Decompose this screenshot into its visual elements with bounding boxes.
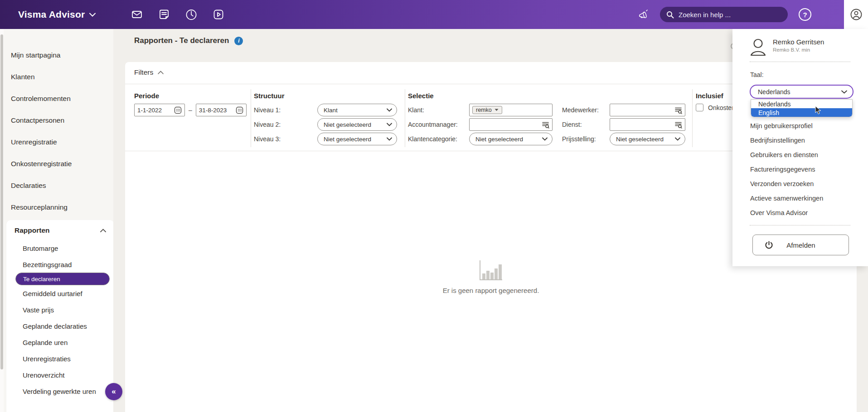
chevron-down-icon	[841, 90, 847, 94]
sidebar-item-vaste-prijs[interactable]: Vaste prijs	[6, 302, 114, 318]
menu-item-factureringsgegevens[interactable]: Factureringsgegevens	[750, 162, 823, 177]
sidebar-item-geplande-declaraties[interactable]: Geplande declaraties	[6, 318, 114, 334]
user-name: Remko Gerritsen	[773, 38, 824, 46]
menu-item-bedrijfsinstellingen[interactable]: Bedrijfsinstellingen	[750, 133, 823, 148]
help-glyph: ?	[803, 11, 807, 19]
page-scrollbar[interactable]	[0, 29, 4, 412]
sidebar-item-rapporten[interactable]: Rapporten	[6, 221, 114, 240]
sidebar-item-onkostenregistratie[interactable]: Onkostenregistratie	[4, 153, 113, 175]
sidebar-item-brutomarge[interactable]: Brutomarge	[6, 240, 114, 256]
sidebar-nav: Mijn startpagina Klanten Controlemomente…	[4, 29, 113, 412]
mail-icon[interactable]	[131, 9, 143, 20]
chevron-up-icon	[100, 229, 106, 232]
top-app-bar: Visma Advisor	[0, 0, 844, 29]
bar-chart-icon	[480, 260, 502, 280]
brand-menu[interactable]: Visma Advisor	[18, 9, 96, 20]
language-select[interactable]: Nederlands	[750, 85, 853, 99]
menu-item-verzonden-verzoeken[interactable]: Verzonden verzoeken	[750, 177, 823, 191]
clock-icon[interactable]	[185, 9, 197, 20]
app-window: Visma Advisor	[0, 0, 868, 412]
language-dropdown: Nederlands English	[751, 99, 853, 117]
video-icon[interactable]	[213, 9, 224, 20]
power-icon	[765, 241, 773, 249]
user-company: Remko B.V. min	[773, 47, 824, 53]
menu-item-gebruikers-en-diensten[interactable]: Gebruikers en diensten	[750, 148, 823, 162]
avatar	[750, 38, 766, 57]
sidebar-item-urenoverzicht[interactable]: Urenoverzicht	[6, 367, 114, 383]
sidebar-item-urenregistratie[interactable]: Urenregistratie	[4, 131, 113, 153]
topbar-quick-icons	[131, 9, 224, 20]
user-menu-toggle[interactable]	[844, 0, 868, 29]
logout-button[interactable]: Afmelden	[752, 235, 849, 255]
search-input[interactable]	[679, 11, 778, 19]
language-label: Taal:	[750, 71, 764, 78]
menu-item-mijn-gebruikersprofiel[interactable]: Mijn gebruikersprofiel	[750, 119, 823, 133]
logout-label: Afmelden	[773, 241, 829, 249]
empty-report-message: Er is geen rapport gegenereerd.	[125, 287, 857, 294]
info-icon[interactable]: i	[234, 37, 243, 45]
help-search[interactable]	[660, 7, 788, 22]
page-header: Rapporten - Te declareren i	[134, 36, 243, 45]
user-identity: Remko Gerritsen Remko B.V. min	[773, 38, 824, 53]
user-panel-menu: Mijn gebruikersprofiel Bedrijfsinstellin…	[750, 119, 823, 220]
sidebar-item-contactpersonen[interactable]: Contactpersonen	[4, 110, 113, 131]
divider	[750, 62, 850, 62]
chevron-down-icon	[89, 13, 96, 17]
sidebar-collapse-button[interactable]: «	[105, 383, 122, 400]
user-info: Remko Gerritsen Remko B.V. min	[750, 38, 824, 57]
divider	[750, 225, 850, 225]
search-icon	[666, 11, 674, 19]
sidebar-item-te-declareren[interactable]: Te declareren	[15, 273, 110, 285]
sidebar-item-klanten[interactable]: Klanten	[4, 66, 113, 88]
rapporten-section-card: Rapporten Brutomarge Bezettingsgraad Te …	[6, 220, 114, 412]
brand-label: Visma Advisor	[18, 9, 85, 20]
sidebar-item-verdeling-gewerkte-uren[interactable]: Verdeling gewerkte uren	[6, 383, 114, 399]
user-panel: Remko Gerritsen Remko B.V. min Taal: Ned…	[732, 29, 868, 266]
sidebar-item-geplande-uren[interactable]: Geplande uren	[6, 334, 114, 350]
info-glyph: i	[238, 38, 239, 44]
scrollbar-thumb[interactable]	[0, 34, 3, 369]
language-option-nederlands[interactable]: Nederlands	[751, 100, 852, 108]
sidebar-item-urenregistraties[interactable]: Urenregistraties	[6, 350, 114, 367]
menu-item-over-visma-advisor[interactable]: Over Visma Advisor	[750, 206, 823, 220]
sidebar-item-resourceplanning[interactable]: Resourceplanning	[4, 196, 113, 218]
user-icon	[850, 8, 863, 21]
sidebar-item-mijn-startpagina[interactable]: Mijn startpagina	[4, 44, 113, 66]
language-option-english[interactable]: English	[751, 108, 852, 117]
sidebar-item-bezettingsgraad[interactable]: Bezettingsgraad	[6, 256, 114, 273]
mouse-cursor	[815, 106, 822, 115]
sidebar-item-controlemomenten[interactable]: Controlemomenten	[4, 88, 113, 110]
collapse-icon: «	[112, 387, 116, 396]
sidebar-list: Mijn startpagina Klanten Controlemomente…	[4, 29, 113, 218]
sidebar-item-declaraties[interactable]: Declaraties	[4, 175, 113, 196]
page-title: Rapporten - Te declareren	[134, 36, 229, 45]
help-icon[interactable]: ?	[799, 8, 811, 21]
language-value: Nederlands	[758, 88, 790, 96]
menu-item-actieve-samenwerkingen[interactable]: Actieve samenwerkingen	[750, 191, 823, 206]
megaphone-icon[interactable]	[637, 9, 649, 20]
notes-icon[interactable]	[158, 9, 170, 20]
sidebar-item-gemiddeld-uurtarief[interactable]: Gemiddeld uurtarief	[6, 285, 114, 302]
rapporten-label: Rapporten	[15, 226, 50, 235]
report-settings-icon[interactable]	[726, 41, 732, 52]
topbar-right-group: ?	[637, 0, 811, 29]
